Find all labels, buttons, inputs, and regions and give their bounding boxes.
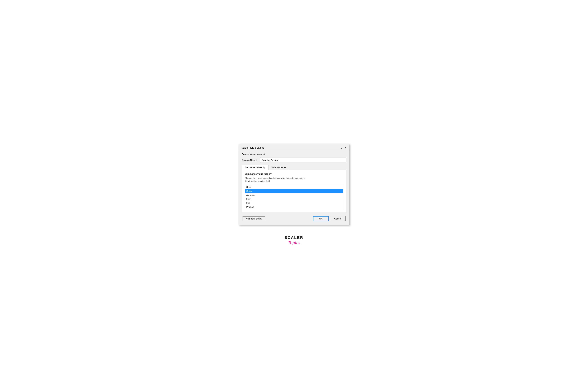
dialog-titlebar: Value Field Settings ? ✕	[239, 144, 349, 151]
logo-scaler: SCALER	[285, 235, 303, 240]
ok-button[interactable]: OK	[313, 216, 329, 221]
listbox-container: Sum Count Average Max Min Product	[245, 185, 343, 209]
custom-name-input[interactable]	[260, 158, 346, 162]
tab-content: Summarize value field by Choose the type…	[242, 170, 346, 212]
ok-cancel-group: OK Cancel	[313, 216, 346, 221]
source-name-row: Source Name: Amount	[242, 153, 346, 156]
page-container: Value Field Settings ? ✕ Source Name: Am…	[7, 144, 581, 245]
list-item-sum[interactable]: Sum	[245, 185, 343, 189]
custom-name-row: Custom Name:	[242, 158, 346, 162]
tab-show-values-as[interactable]: Show Values As	[268, 165, 289, 170]
dialog: Value Field Settings ? ✕ Source Name: Am…	[239, 144, 349, 225]
tab-summarize-values-by[interactable]: Summarize Values By	[242, 165, 268, 170]
list-item-max[interactable]: Max	[245, 197, 343, 201]
custom-name-label: Custom Name:	[242, 159, 259, 161]
help-button[interactable]: ?	[341, 146, 342, 149]
cancel-button[interactable]: Cancel	[330, 216, 346, 221]
list-item-min[interactable]: Min	[245, 201, 343, 205]
list-item-average[interactable]: Average	[245, 193, 343, 197]
logo-topics: Topics	[288, 240, 300, 245]
summarize-description: Choose the type of calculation that you …	[245, 177, 343, 183]
list-item-count[interactable]: Count	[245, 189, 343, 193]
dialog-title: Value Field Settings	[242, 146, 264, 149]
number-format-button[interactable]: Number Format	[243, 216, 265, 221]
source-name-label: Source Name:	[242, 153, 256, 156]
dialog-body: Source Name: Amount Custom Name: Summari…	[239, 151, 349, 225]
tabs-bar: Summarize Values By Show Values As	[242, 165, 346, 170]
list-item-product[interactable]: Product	[245, 205, 343, 209]
source-name-value: Amount	[257, 153, 265, 156]
listbox[interactable]: Sum Count Average Max Min Product	[245, 185, 343, 209]
logo-container: SCALER Topics	[285, 235, 303, 245]
dialog-controls: ? ✕	[341, 146, 346, 149]
dialog-footer: Number Format OK Cancel	[242, 215, 346, 222]
close-button[interactable]: ✕	[344, 146, 347, 149]
summarize-title: Summarize value field by	[245, 173, 343, 175]
